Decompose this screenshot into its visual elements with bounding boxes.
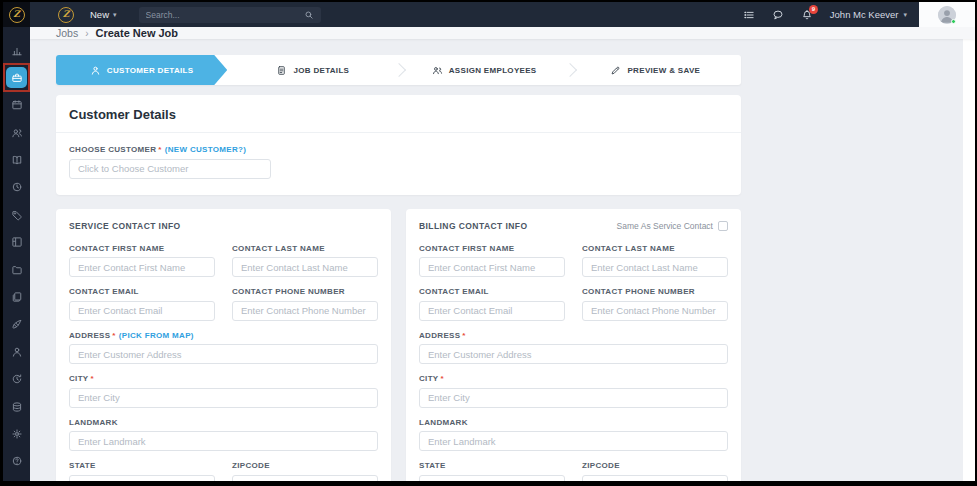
step-label: ASSIGN EMPLOYEES [449, 66, 537, 75]
sidebar-item-projects[interactable] [6, 259, 27, 280]
field-label: ZIPCODE [232, 461, 378, 470]
avatar-panel [919, 2, 975, 27]
sidebar-item-settings[interactable] [6, 423, 27, 444]
clock-icon [11, 181, 23, 193]
user-name: John Mc Keever [830, 9, 899, 20]
card-title: Customer Details [69, 107, 728, 122]
service-landmark-input[interactable] [69, 431, 378, 451]
customer-details-card: Customer Details CHOOSE CUSTOMER*(NEW CU… [56, 95, 741, 195]
sidebar-item-contacts[interactable] [6, 341, 27, 362]
billing-last-name-input[interactable] [582, 257, 728, 277]
billing-email-input[interactable] [419, 301, 565, 321]
brand-logo-icon[interactable]: Z [58, 7, 74, 23]
field-label: LANDMARK [69, 418, 378, 427]
billing-city-input[interactable] [419, 388, 728, 408]
service-address-input[interactable] [69, 344, 378, 364]
service-city-input[interactable] [69, 388, 378, 408]
activity-list-button[interactable] [743, 9, 755, 21]
topbar-right: 9 John Mc Keever ▾ [743, 2, 975, 27]
new-button[interactable]: New ▾ [90, 9, 117, 20]
list-icon [743, 9, 755, 21]
search-input[interactable] [146, 10, 304, 20]
field-label: CONTACT PHONE NUMBER [582, 287, 728, 296]
sidebar-item-timesheet[interactable] [6, 177, 27, 198]
field-label: CONTACT FIRST NAME [419, 244, 565, 253]
billing-first-name-field: CONTACT FIRST NAME [419, 244, 565, 278]
sidebar-nav [3, 27, 30, 481]
user-menu[interactable]: John Mc Keever ▾ [830, 9, 907, 20]
step-job-details[interactable]: JOB DETAILS [227, 55, 398, 85]
new-customer-link[interactable]: (NEW CUSTOMER?) [165, 145, 247, 154]
field-label: STATE [419, 461, 565, 470]
billing-address-input[interactable] [419, 344, 728, 364]
document-icon [276, 65, 287, 76]
service-last-name-field: CONTACT LAST NAME [232, 244, 378, 278]
sidebar-item-dashboard[interactable] [6, 40, 27, 61]
chevron-down-icon: ▾ [903, 11, 907, 19]
brush-icon [11, 318, 23, 330]
sidebar-logo[interactable]: Z [3, 2, 30, 27]
billing-phone-field: CONTACT PHONE NUMBER [582, 287, 728, 321]
service-email-input[interactable] [69, 301, 215, 321]
brand-logo-icon: Z [9, 7, 25, 23]
required-mark: * [441, 374, 444, 383]
service-zipcode-input[interactable] [232, 475, 378, 486]
service-last-name-input[interactable] [232, 257, 378, 277]
step-preview-save[interactable]: PREVIEW & SAVE [570, 55, 741, 85]
billing-state-input[interactable] [419, 475, 565, 486]
service-contact-card: SERVICE CONTACT INFO CONTACT FIRST NAME … [56, 209, 391, 486]
database-icon [11, 401, 23, 413]
sidebar-item-service-areas[interactable] [6, 150, 27, 171]
sidebar-item-history[interactable] [6, 369, 27, 390]
notifications-button[interactable]: 9 [801, 9, 813, 21]
folder-icon [11, 264, 23, 276]
sidebar-item-jobs[interactable] [6, 67, 27, 88]
billing-landmark-input[interactable] [419, 431, 728, 451]
step-label: PREVIEW & SAVE [627, 66, 700, 75]
service-first-name-input[interactable] [69, 257, 215, 277]
pick-from-map-link[interactable]: (PICK FROM MAP) [119, 331, 194, 340]
billing-city-field: CITY* [419, 374, 728, 408]
billing-phone-input[interactable] [582, 301, 728, 321]
service-phone-field: CONTACT PHONE NUMBER [232, 287, 378, 321]
sidebar-item-assets[interactable] [6, 396, 27, 417]
service-state-field: STATE [69, 461, 215, 486]
step-assign-employees[interactable]: ASSIGN EMPLOYEES [399, 55, 570, 85]
choose-customer-label: CHOOSE CUSTOMER*(NEW CUSTOMER?) [69, 145, 728, 154]
billing-first-name-input[interactable] [419, 257, 565, 277]
billing-zipcode-input[interactable] [582, 475, 728, 486]
open-book-icon [11, 154, 23, 166]
calendar-icon [11, 99, 23, 111]
service-state-input[interactable] [69, 475, 215, 486]
sidebar-item-board[interactable] [6, 232, 27, 253]
users-icon [11, 127, 23, 139]
avatar[interactable] [938, 6, 956, 24]
service-landmark-field: LANDMARK [69, 418, 378, 452]
sidebar-item-tags[interactable] [6, 204, 27, 225]
same-as-service-checkbox[interactable] [718, 221, 728, 231]
billing-email-field: CONTACT EMAIL [419, 287, 565, 321]
sidebar-item-services[interactable] [6, 314, 27, 335]
breadcrumb-jobs-link[interactable]: Jobs [56, 27, 78, 39]
service-phone-input[interactable] [232, 301, 378, 321]
sidebar-item-documents[interactable] [6, 287, 27, 308]
online-status-dot [951, 19, 956, 24]
step-customer-details[interactable]: CUSTOMER DETAILS [56, 55, 227, 85]
field-label: CONTACT LAST NAME [582, 244, 728, 253]
section-header: BILLING CONTACT INFO Same As Service Con… [419, 221, 728, 231]
billing-landmark-field: LANDMARK [419, 418, 728, 452]
same-as-service-label: Same As Service Contact [617, 221, 713, 231]
new-button-label: New [90, 9, 109, 20]
choose-customer-input[interactable] [69, 159, 271, 179]
sidebar-item-calendar[interactable] [6, 95, 27, 116]
chat-button[interactable] [772, 9, 784, 21]
sidebar-item-help[interactable] [6, 451, 27, 472]
sidebar-item-customers[interactable] [6, 122, 27, 143]
same-as-service-option: Same As Service Contact [617, 221, 728, 231]
step-label: CUSTOMER DETAILS [107, 66, 194, 75]
people-icon [432, 65, 443, 76]
field-label: CONTACT LAST NAME [232, 244, 378, 253]
step-label: JOB DETAILS [293, 66, 349, 75]
scrollbar-track[interactable] [963, 27, 975, 481]
field-label: ADDRESS* [419, 331, 728, 340]
